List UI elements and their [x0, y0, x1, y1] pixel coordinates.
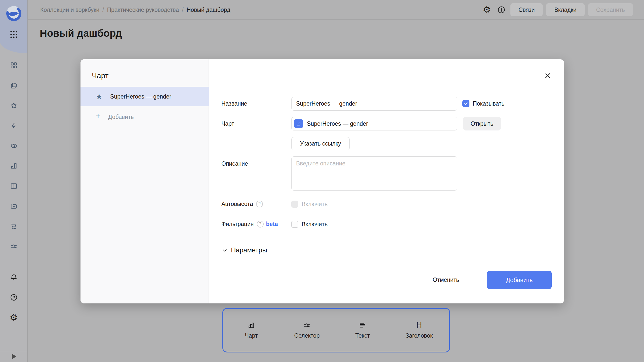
save-button[interactable]: Сохранить — [588, 3, 633, 16]
star-filled-icon: ★ — [96, 93, 103, 101]
toolbar-item-selector[interactable]: Селектор — [294, 322, 320, 339]
autoheight-field-label: Автовысота ? — [221, 200, 263, 208]
chart-type-badge — [294, 119, 303, 128]
bar-chart-icon — [248, 322, 255, 329]
info-icon — [497, 6, 506, 14]
close-icon — [544, 72, 551, 79]
toolbar-item-chart[interactable]: Чарт — [240, 322, 263, 339]
name-field-label: Название — [221, 97, 247, 111]
sidebar-item-datasets[interactable] — [0, 201, 27, 212]
add-chart-modal: Чарт ★ SuperHeroes — gender + Добавить Н… — [80, 59, 564, 303]
breadcrumb-workbook[interactable]: Практические руководства — [107, 7, 179, 13]
autoheight-checkbox-row[interactable]: Включить — [291, 201, 328, 208]
filtering-help-icon[interactable]: ? — [257, 221, 264, 228]
folder-dataset-icon — [10, 202, 18, 210]
filtering-checkbox-row[interactable]: Включить — [291, 221, 328, 228]
lightning-icon — [10, 122, 18, 129]
sidebar-nav — [0, 60, 27, 252]
autoheight-label-text: Автовысота — [221, 201, 253, 207]
chart-field-label: Чарт — [221, 117, 234, 130]
sidebar-item-dashboards[interactable] — [0, 60, 27, 71]
breadcrumb-separator: / — [102, 7, 104, 13]
tabs-button[interactable]: Вкладки — [546, 3, 584, 16]
notifications-button[interactable] — [0, 272, 27, 283]
show-title-checkbox-label: Показывать — [473, 100, 504, 107]
dashboard-settings-button[interactable]: ⚙ — [481, 4, 492, 15]
beta-badge: beta — [266, 221, 278, 228]
sidebar-item-collections[interactable] — [0, 80, 27, 91]
sidebar-bottom: ⚙ — [0, 272, 27, 323]
description-field-label: Описание — [221, 156, 248, 171]
breadcrumb-separator: / — [182, 7, 183, 13]
sidebar: ⚙ — [0, 0, 28, 362]
bar-chart-icon — [10, 162, 18, 170]
sidebar-item-editor-charts[interactable] — [0, 120, 27, 131]
toolbar-item-selector-label: Селектор — [294, 332, 320, 339]
checkbox-unchecked-icon[interactable] — [291, 221, 298, 228]
params-section-label: Параметры — [231, 246, 267, 254]
sidebar-item-connections[interactable] — [0, 140, 27, 151]
add-button[interactable]: Добавить — [487, 271, 552, 289]
topbar: Коллекции и воркбуки / Практические руко… — [28, 0, 644, 20]
dashboard-editor-screen: ⚙ Коллекции и воркбуки / Практические ру… — [0, 0, 644, 362]
sidebar-item-favorites[interactable] — [0, 100, 27, 111]
params-section-toggle[interactable]: Параметры — [221, 246, 267, 254]
bell-icon — [10, 273, 18, 281]
bar-chart-icon — [296, 121, 301, 126]
modal-close-button[interactable] — [542, 70, 553, 81]
cart-icon — [10, 222, 18, 230]
breadcrumb: Коллекции и воркбуки / Практические руко… — [40, 0, 230, 20]
breadcrumb-current: Новый дашборд — [187, 7, 230, 13]
chart-list-item-selected[interactable]: ★ SuperHeroes — gender — [80, 87, 209, 106]
datalens-logo[interactable] — [6, 6, 22, 23]
heading-icon: H — [416, 322, 422, 329]
help-button[interactable] — [0, 292, 27, 303]
chart-select-field[interactable]: SuperHeroes — gender — [291, 117, 457, 130]
text-lines-icon — [359, 322, 366, 329]
cancel-button[interactable]: Отменить — [426, 273, 466, 287]
chevron-down-icon — [221, 247, 228, 254]
toolbar-item-text[interactable]: Текст — [351, 322, 374, 339]
modal-left-panel: Чарт ★ SuperHeroes — gender + Добавить — [80, 59, 209, 303]
toolbar-item-heading[interactable]: H Заголовок — [406, 322, 433, 339]
sidebar-item-dashboard-grid[interactable] — [0, 180, 27, 192]
topbar-actions: ⚙ Связи Вкладки Сохранить — [481, 3, 633, 16]
modal-panel-title: Чарт — [92, 71, 108, 80]
autoheight-checkbox-label: Включить — [302, 201, 328, 208]
gear-icon: ⚙ — [483, 5, 491, 14]
widget-add-toolbar: Чарт Селектор Текст H Заголовок — [222, 308, 450, 352]
settings-button[interactable]: ⚙ — [0, 312, 27, 323]
show-title-checkbox-row[interactable]: Показывать — [462, 100, 504, 107]
sidebar-item-marketplace[interactable] — [0, 221, 27, 232]
filtering-field-label: Фильтрация ? beta — [221, 220, 278, 228]
sliders-icon — [10, 243, 18, 250]
add-chart-list-label: Добавить — [108, 114, 134, 120]
question-circle-icon — [10, 293, 18, 301]
name-input[interactable] — [291, 97, 457, 111]
sidebar-divider — [0, 351, 27, 351]
sidebar-expand-arrow-icon[interactable] — [12, 354, 16, 359]
links-button[interactable]: Связи — [510, 3, 543, 16]
open-chart-button[interactable]: Открыть — [463, 117, 501, 130]
toolbar-item-text-label: Текст — [355, 332, 370, 339]
filtering-label-text: Фильтрация — [221, 221, 254, 228]
add-chart-list-button[interactable]: + Добавить — [80, 110, 209, 123]
dashboard-info-button[interactable] — [496, 4, 507, 15]
table-icon — [10, 182, 18, 190]
checkbox-checked-icon[interactable] — [462, 100, 469, 107]
autoheight-help-icon[interactable]: ? — [256, 201, 263, 207]
checkmark-icon — [463, 101, 468, 106]
filtering-checkbox-label: Включить — [302, 221, 328, 228]
specify-link-button[interactable]: Указать ссылку — [291, 137, 350, 150]
breadcrumb-collections[interactable]: Коллекции и воркбуки — [40, 7, 99, 13]
services-grid-icon[interactable] — [10, 30, 18, 40]
grid-squares-icon — [10, 62, 18, 69]
chart-list-item-label: SuperHeroes — gender — [110, 93, 171, 100]
description-textarea[interactable] — [291, 156, 457, 191]
checkbox-disabled-icon[interactable] — [291, 201, 298, 208]
star-icon — [10, 102, 18, 109]
chart-select-value: SuperHeroes — gender — [307, 120, 368, 127]
sidebar-item-services[interactable] — [0, 241, 27, 252]
sidebar-item-charts[interactable] — [0, 160, 27, 171]
sliders-icon — [303, 322, 311, 329]
